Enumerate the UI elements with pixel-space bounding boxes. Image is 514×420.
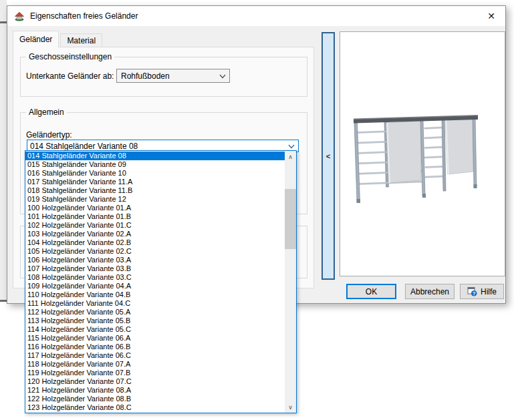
- house-icon: [14, 11, 25, 21]
- dropdown-option[interactable]: 014 Stahlgeländer Variante 08: [25, 152, 285, 160]
- dropdown-option[interactable]: 121 Holzgeländer Variante 08.A: [25, 386, 285, 395]
- gelaendertyp-label: Geländertyp:: [26, 130, 72, 140]
- railing-preview-panel: [340, 31, 505, 276]
- collapse-arrow: <: [326, 152, 330, 160]
- ok-button-label: OK: [366, 287, 377, 296]
- tab-gelaender[interactable]: Geländer: [13, 31, 59, 47]
- dropdown-option[interactable]: 117 Holzgeländer Variante 06.C: [25, 351, 285, 360]
- unterkante-label: Unterkante Geländer ab:: [26, 71, 114, 81]
- dropdown-scrollbar[interactable]: ∧ ∨: [285, 151, 296, 413]
- dropdown-option[interactable]: 115 Holzgeländer Variante 06.A: [25, 334, 285, 343]
- dropdown-option[interactable]: 015 Stahlgeländer Variante 09: [25, 160, 285, 169]
- dropdown-option[interactable]: 120 Holzgeländer Variante 07.C: [25, 377, 285, 386]
- dropdown-option[interactable]: 018 Stahlgeländer Variante 11.B: [25, 186, 285, 195]
- dropdown-option[interactable]: 016 Stahlgeländer Variante 10: [25, 169, 285, 178]
- gelaendertyp-dropdown-popup: 014 Stahlgeländer Variante 08015 Stahlge…: [25, 150, 297, 413]
- cancel-button[interactable]: Abbrechen: [405, 284, 455, 299]
- dropdown-option[interactable]: 123 Holzgeländer Variante 08.C: [25, 403, 285, 412]
- dropdown-option[interactable]: 108 Holzgeländer Variante 03.C: [25, 273, 285, 282]
- tab-material[interactable]: Material: [60, 33, 102, 47]
- scroll-down-icon[interactable]: ∨: [285, 401, 296, 413]
- help-window-question-icon: ?: [467, 286, 477, 296]
- dropdown-option[interactable]: 122 Holzgeländer Variante 08.B: [25, 395, 285, 403]
- combobox-value: 014 Stahlgeländer Variante 08: [30, 142, 138, 151]
- chevron-down-icon: [219, 74, 226, 79]
- scrollbar-thumb[interactable]: [285, 189, 296, 249]
- dropdown-option[interactable]: 119 Holzgeländer Variante 07.B: [25, 369, 285, 377]
- background-window-divider: [0, 21, 7, 23]
- dropdown-option[interactable]: 102 Holzgeländer Variante 01.C: [25, 221, 285, 230]
- railing-3d-preview: [340, 32, 505, 276]
- background-window-edge: [0, 0, 7, 302]
- title-bar[interactable]: Eigenschaften freies Geländer ✕: [7, 6, 505, 26]
- dropdown-option[interactable]: 109 Holzgeländer Variante 04.A: [25, 282, 285, 290]
- dropdown-option[interactable]: 110 Holzgeländer Variante 04.B: [25, 290, 285, 299]
- tab-strip: Geländer Material: [13, 31, 102, 47]
- dropdown-option[interactable]: 111 Holzgeländer Variante 04.C: [25, 299, 285, 308]
- dropdown-option[interactable]: 113 Holzgeländer Variante 05.B: [25, 317, 285, 325]
- dialog-title: Eigenschaften freies Geländer: [30, 6, 138, 26]
- dropdown-option-list: 014 Stahlgeländer Variante 08015 Stahlge…: [25, 152, 285, 413]
- dropdown-option[interactable]: 101 Holzgeländer Variante 01.B: [25, 212, 285, 221]
- dropdown-option[interactable]: 106 Holzgeländer Variante 03.A: [25, 256, 285, 264]
- unterkante-combobox[interactable]: Rohfußboden: [116, 69, 230, 83]
- dropdown-option[interactable]: 118 Holzgeländer Variante 07.A: [25, 360, 285, 369]
- dropdown-option[interactable]: 114 Holzgeländer Variante 05.C: [25, 325, 285, 334]
- help-button-label: Hilfe: [481, 287, 497, 296]
- dropdown-option[interactable]: 100 Holzgeländer Variante 01.A: [25, 204, 285, 212]
- svg-text:?: ?: [473, 290, 476, 296]
- dropdown-option[interactable]: 105 Holzgeländer Variante 02.C: [25, 247, 285, 256]
- scroll-up-icon[interactable]: ∧: [285, 151, 296, 162]
- dropdown-option[interactable]: 019 Stahlgeländer Variante 12: [25, 195, 285, 204]
- cancel-button-label: Abbrechen: [410, 287, 449, 296]
- chevron-down-icon: [288, 144, 295, 149]
- groupbox-geschosseinstellungen: Geschosseinstellungen Unterkante Gelände…: [20, 57, 307, 97]
- dropdown-option[interactable]: 017 Stahlgeländer Variante 11.A: [25, 178, 285, 186]
- preview-collapse-splitter[interactable]: <: [322, 32, 335, 280]
- combobox-value: Rohfußboden: [121, 71, 170, 81]
- ok-button[interactable]: OK: [346, 284, 396, 299]
- dropdown-option[interactable]: 103 Holzgeländer Variante 02.A: [25, 230, 285, 238]
- dropdown-option[interactable]: 112 Holzgeländer Variante 05.A: [25, 308, 285, 317]
- close-icon[interactable]: ✕: [483, 9, 500, 23]
- dropdown-option[interactable]: 104 Holzgeländer Variante 02.B: [25, 238, 285, 247]
- dropdown-option[interactable]: 116 Holzgeländer Variante 06.B: [25, 343, 285, 351]
- groupbox-title: Allgemein: [26, 108, 67, 117]
- help-button[interactable]: ? Hilfe: [460, 284, 504, 299]
- groupbox-title: Geschosseinstellungen: [26, 52, 114, 61]
- dropdown-option[interactable]: 107 Holzgeländer Variante 03.B: [25, 264, 285, 273]
